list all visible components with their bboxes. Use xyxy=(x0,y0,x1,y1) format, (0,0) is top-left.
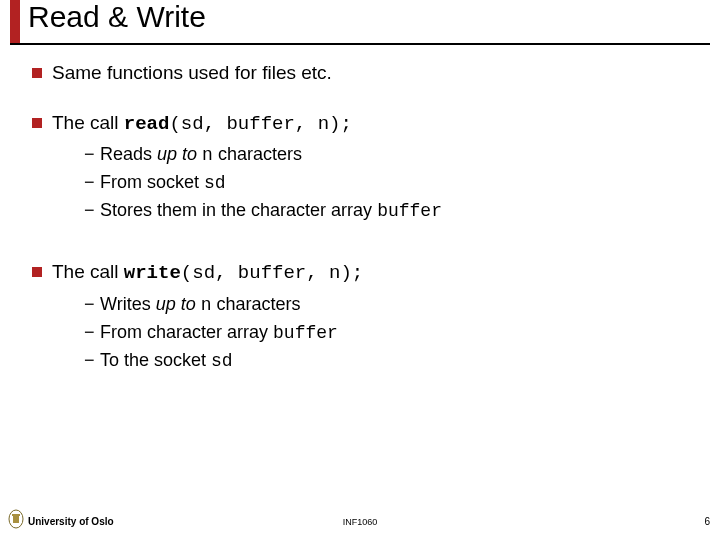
square-bullet-icon xyxy=(32,68,42,78)
svg-rect-1 xyxy=(13,515,19,523)
slide-footer: University of Oslo INF1060 6 xyxy=(0,510,720,530)
dash-bullet-icon: − xyxy=(84,169,100,197)
slide-title: Read & Write xyxy=(28,0,206,34)
bullet-2-text: The call read(sd, buffer, n); xyxy=(52,110,352,138)
code-args: (sd, buffer, n); xyxy=(169,113,351,135)
bullet-2-sublist: − Reads up to n characters − From socket… xyxy=(84,141,700,225)
sub-item: − From character array buffer xyxy=(84,319,700,347)
dash-bullet-icon: − xyxy=(84,291,100,319)
sub-item-text: Reads up to n characters xyxy=(100,141,302,169)
bullet-1-text: Same functions used for files etc. xyxy=(52,60,332,86)
square-bullet-icon xyxy=(32,267,42,277)
bullet-2: The call read(sd, buffer, n); xyxy=(32,110,700,138)
dash-bullet-icon: − xyxy=(84,197,100,225)
svg-rect-2 xyxy=(12,514,20,516)
code-buffer: buffer xyxy=(273,323,338,343)
footer-course-code: INF1060 xyxy=(343,517,378,527)
university-seal-icon xyxy=(8,509,24,529)
text-fragment: characters xyxy=(213,144,302,164)
sub-item: − Stores them in the character array buf… xyxy=(84,197,700,225)
square-bullet-icon xyxy=(32,118,42,128)
sub-item: − Reads up to n characters xyxy=(84,141,700,169)
code-n: n xyxy=(202,145,213,165)
sub-item-text: Writes up to n characters xyxy=(100,291,301,319)
text-fragment: The call xyxy=(52,261,124,282)
text-fragment: Stores them in the character array xyxy=(100,200,377,220)
text-fragment: From socket xyxy=(100,172,204,192)
code-read: read xyxy=(124,113,170,135)
sub-item-text: To the socket sd xyxy=(100,347,233,375)
code-buffer: buffer xyxy=(377,201,442,221)
text-fragment: characters xyxy=(212,294,301,314)
code-args: (sd, buffer, n); xyxy=(181,262,363,284)
dash-bullet-icon: − xyxy=(84,347,100,375)
code-n: n xyxy=(201,295,212,315)
italic-fragment: up to xyxy=(156,294,201,314)
text-fragment: To the socket xyxy=(100,350,211,370)
sub-item: − To the socket sd xyxy=(84,347,700,375)
italic-fragment: up to xyxy=(157,144,202,164)
title-accent-bar xyxy=(10,0,20,43)
sub-item-text: From socket sd xyxy=(100,169,226,197)
bullet-3-text: The call write(sd, buffer, n); xyxy=(52,259,363,287)
dash-bullet-icon: − xyxy=(84,319,100,347)
text-fragment: From character array xyxy=(100,322,273,342)
bullet-1: Same functions used for files etc. xyxy=(32,60,700,86)
footer-page-number: 6 xyxy=(704,516,710,527)
code-sd: sd xyxy=(204,173,226,193)
sub-item: − Writes up to n characters xyxy=(84,291,700,319)
title-underline xyxy=(10,43,710,45)
text-fragment: Writes xyxy=(100,294,156,314)
dash-bullet-icon: − xyxy=(84,141,100,169)
footer-university: University of Oslo xyxy=(28,516,114,527)
text-fragment: Reads xyxy=(100,144,157,164)
sub-item-text: From character array buffer xyxy=(100,319,338,347)
sub-item: − From socket sd xyxy=(84,169,700,197)
bullet-3-sublist: − Writes up to n characters − From chara… xyxy=(84,291,700,375)
text-fragment: The call xyxy=(52,112,124,133)
sub-item-text: Stores them in the character array buffe… xyxy=(100,197,442,225)
code-sd: sd xyxy=(211,351,233,371)
bullet-3: The call write(sd, buffer, n); xyxy=(32,259,700,287)
code-write: write xyxy=(124,262,181,284)
slide-body: Same functions used for files etc. The c… xyxy=(32,60,700,409)
